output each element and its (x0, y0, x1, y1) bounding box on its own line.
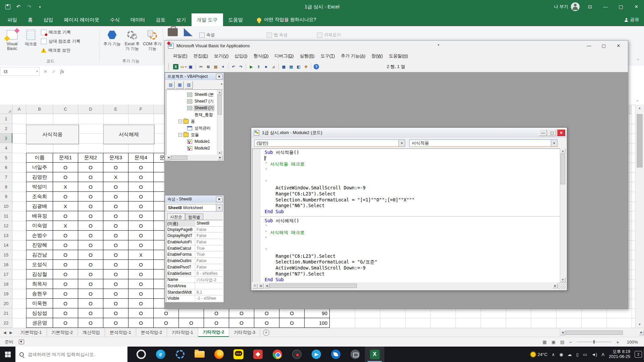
zoom-slider[interactable] (577, 342, 611, 342)
import-button[interactable]: 가져오기 (317, 32, 341, 38)
code-line[interactable]: Range("C6:L23").Select (260, 191, 560, 197)
com-addins-button[interactable]: COM 추가 기능 (143, 28, 162, 51)
cell-H22[interactable]: O (179, 318, 204, 328)
code-editor[interactable]: Sub 서식적용()'' 서식적용 매크로'' ActiveWindow.Sma… (252, 148, 561, 282)
scrollbar-thumb[interactable] (270, 284, 357, 288)
code-close-button[interactable]: ✕ (557, 129, 565, 136)
cell-D15[interactable]: O (78, 250, 103, 260)
property-row-StandardWidt[interactable]: StandardWidt8,1 (166, 289, 222, 296)
code-line[interactable]: Selection.NumberFormatLocal = "G/표준" (260, 259, 560, 265)
scroll-right-icon[interactable]: ▶ (553, 283, 558, 288)
tab-파일[interactable]: 파일 (2, 13, 22, 26)
row-header-1[interactable]: 1 (0, 114, 12, 124)
tree-item-Sheet8 (기[interactable]: Sheet8 (기 (166, 105, 217, 111)
cell-C13[interactable]: O (53, 231, 78, 240)
cell-F22[interactable]: O (128, 318, 154, 328)
cell-J21[interactable]: O (229, 308, 254, 318)
save-icon[interactable] (5, 4, 11, 10)
cell-B6[interactable]: 너일주 (26, 163, 53, 172)
avatar[interactable] (571, 2, 580, 11)
redo-icon[interactable]: ↷ (26, 4, 32, 10)
menu-도움말(H)[interactable]: 도움말(H) (386, 53, 411, 59)
collapse-ribbon-icon[interactable]: ⌃ (637, 58, 640, 63)
property-row-EnableOutlini[interactable]: EnableOutliniFalse (166, 258, 222, 264)
cell-F20[interactable]: O (128, 299, 154, 308)
property-row-(이름)[interactable]: (이름)Sheet8 (166, 220, 222, 227)
excel-addins-button[interactable]: Excel 추가 기능 (123, 28, 142, 51)
cell-D21[interactable]: O (78, 308, 103, 318)
tab-alphabetic[interactable]: 사전순 (167, 213, 185, 220)
code-line[interactable]: ' 서식해제 매크로 (260, 230, 560, 236)
cell-B22[interactable]: 권은영 (26, 318, 53, 328)
cell-F6[interactable]: O (128, 163, 154, 172)
scrollbar-thumb[interactable] (566, 330, 623, 335)
visual-basic-button[interactable]: Visual Basic (3, 28, 21, 51)
cell-D7[interactable]: O (78, 172, 103, 182)
row-header-17[interactable]: 17 (0, 269, 12, 279)
cell-D12[interactable]: O (78, 221, 103, 231)
cell-D19[interactable]: O (78, 289, 103, 299)
code-line[interactable]: End Sub (260, 209, 560, 215)
cell-B5[interactable]: 이름 (26, 153, 53, 163)
col-header-D[interactable]: D (78, 105, 103, 114)
scrollbar-thumb[interactable] (218, 95, 222, 115)
code-line[interactable]: Sub 서식적용() (260, 149, 560, 156)
cell-C21[interactable]: O (53, 308, 78, 318)
row-header-6[interactable]: 6 (0, 163, 12, 172)
cell-E22[interactable]: O (103, 318, 128, 328)
telegram-icon[interactable] (307, 347, 326, 362)
map-properties-button[interactable]: 맵 속성 (267, 32, 287, 38)
row-header-9[interactable]: 9 (0, 192, 12, 201)
blue-app-icon[interactable] (326, 347, 345, 362)
weather-widget[interactable]: 24°C (531, 352, 547, 357)
reset-icon[interactable]: ■ (263, 63, 269, 70)
cell-D6[interactable]: O (78, 163, 103, 172)
cell-G22[interactable]: O (154, 318, 179, 328)
property-row-EnablePivotT[interactable]: EnablePivotTFalse (166, 264, 222, 270)
tab-삽입[interactable]: 삽입 (38, 13, 59, 26)
menu-보기(V)[interactable]: 보기(V) (211, 53, 231, 59)
cell-D20[interactable]: O (78, 299, 103, 308)
scroll-up-icon[interactable]: ▲ (560, 148, 566, 154)
dark-app-icon[interactable] (287, 347, 307, 362)
select-all-corner[interactable] (0, 105, 12, 114)
row-header-15[interactable]: 15 (0, 250, 12, 260)
name-box-dropdown-icon[interactable]: ▾ (36, 70, 38, 73)
code-line[interactable]: Range("C6:L23").Select (260, 253, 560, 259)
help-icon[interactable]: ? (313, 63, 320, 70)
col-header-B[interactable]: B (26, 105, 53, 114)
menu-실행(R)[interactable]: 실행(R) (297, 53, 318, 59)
cell-E10[interactable]: O (103, 201, 128, 211)
cell-B14[interactable]: 진양혜 (26, 240, 53, 250)
scroll-right-icon[interactable]: ▶ (639, 330, 644, 335)
row-header-11[interactable]: 11 (0, 211, 12, 221)
cell-B17[interactable]: 김상철 (26, 269, 53, 279)
row-header-2[interactable]: 2 (0, 124, 12, 133)
cell-E7[interactable]: X (103, 172, 128, 182)
code-line[interactable]: Range("N6").Select (260, 203, 560, 209)
cell-F17[interactable]: O (128, 269, 154, 279)
cell-C14[interactable]: O (53, 240, 78, 250)
cell-I22[interactable]: O (204, 318, 229, 328)
cell-K21[interactable]: O (254, 308, 279, 318)
row-header-4[interactable]: 4 (0, 143, 12, 153)
cell-L22[interactable]: O (279, 318, 305, 328)
cell-B8[interactable]: 박성미 (26, 182, 53, 192)
enter-formula-icon[interactable]: ✓ (52, 69, 56, 74)
tree-item-Module1[interactable]: Module1 (166, 138, 217, 145)
tab-categorized[interactable]: 항목별 (185, 214, 203, 220)
properties-close-icon[interactable]: ✕ (216, 196, 222, 202)
cell-E21[interactable]: O (103, 308, 128, 318)
cell-C22[interactable]: O (53, 318, 78, 328)
record-macro-button[interactable]: 매크로 기록 (41, 28, 71, 36)
cloud-icon[interactable]: ☁ (568, 352, 572, 357)
tab-개발 도구[interactable]: 개발 도구 (192, 13, 223, 26)
macro-record-indicator-icon[interactable] (19, 340, 24, 344)
cell-L21[interactable]: O (279, 308, 305, 318)
code-line[interactable] (260, 173, 560, 179)
object-combobox[interactable]: Sheet8 Worksheet ▼ (166, 204, 223, 212)
cell-F14[interactable]: O (128, 240, 154, 250)
cell-F7[interactable]: O (128, 172, 154, 182)
code-vscrollbar[interactable]: ▲ ▼ (560, 148, 566, 282)
menu-도구(T)[interactable]: 도구(T) (318, 53, 338, 59)
